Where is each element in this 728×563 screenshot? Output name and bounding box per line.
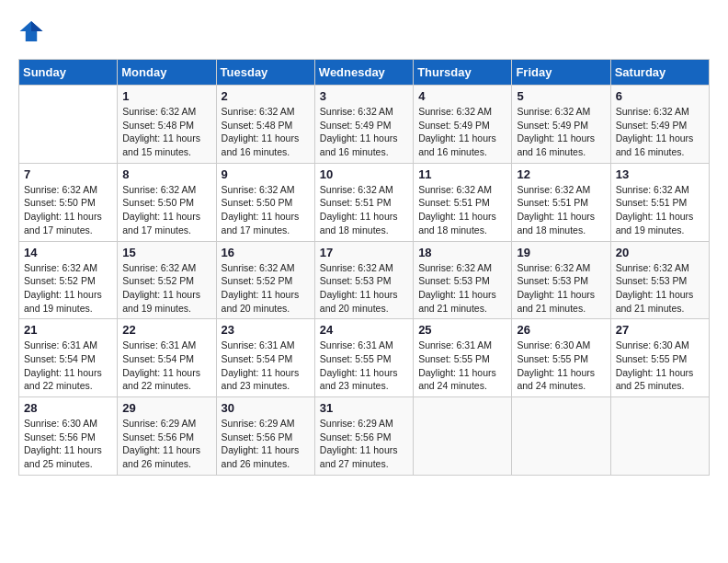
cell-text: Sunrise: 6:29 AM Sunset: 5:56 PM Dayligh…	[320, 417, 408, 471]
week-row-5: 28Sunrise: 6:30 AM Sunset: 5:56 PM Dayli…	[19, 397, 710, 476]
cell-text: Sunrise: 6:32 AM Sunset: 5:52 PM Dayligh…	[222, 261, 310, 316]
cell-text: Sunrise: 6:32 AM Sunset: 5:52 PM Dayligh…	[122, 261, 210, 316]
cell-text: Sunrise: 6:32 AM Sunset: 5:49 PM Dayligh…	[418, 105, 506, 159]
calendar-cell: 10Sunrise: 6:32 AM Sunset: 5:51 PM Dayli…	[314, 163, 413, 241]
day-number: 2	[222, 89, 310, 103]
cell-text: Sunrise: 6:29 AM Sunset: 5:56 PM Dayligh…	[222, 417, 310, 471]
calendar-cell: 2Sunrise: 6:32 AM Sunset: 5:48 PM Daylig…	[216, 86, 314, 164]
calendar-cell	[512, 397, 610, 476]
calendar-cell: 9Sunrise: 6:32 AM Sunset: 5:50 PM Daylig…	[216, 163, 314, 241]
calendar-table: SundayMondayTuesdayWednesdayThursdayFrid…	[18, 59, 710, 476]
day-number: 19	[517, 246, 605, 259]
cell-text: Sunrise: 6:32 AM Sunset: 5:50 PM Dayligh…	[122, 183, 210, 237]
logo	[18, 18, 48, 44]
cell-text: Sunrise: 6:32 AM Sunset: 5:53 PM Dayligh…	[616, 261, 704, 316]
day-number: 13	[616, 167, 704, 181]
calendar-cell: 4Sunrise: 6:32 AM Sunset: 5:49 PM Daylig…	[414, 86, 512, 164]
day-number: 12	[517, 167, 605, 181]
week-row-4: 21Sunrise: 6:31 AM Sunset: 5:54 PM Dayli…	[19, 319, 710, 397]
day-number: 6	[616, 89, 704, 103]
day-number: 27	[616, 323, 704, 337]
cell-text: Sunrise: 6:32 AM Sunset: 5:51 PM Dayligh…	[517, 183, 605, 237]
day-number: 23	[222, 323, 310, 337]
cell-text: Sunrise: 6:32 AM Sunset: 5:49 PM Dayligh…	[517, 105, 605, 159]
calendar-cell	[610, 397, 709, 476]
cell-text: Sunrise: 6:32 AM Sunset: 5:50 PM Dayligh…	[24, 183, 112, 237]
day-number: 22	[122, 323, 210, 337]
header-tuesday: Tuesday	[216, 60, 314, 86]
cell-text: Sunrise: 6:31 AM Sunset: 5:55 PM Dayligh…	[320, 339, 408, 393]
calendar-cell: 18Sunrise: 6:32 AM Sunset: 5:53 PM Dayli…	[414, 241, 512, 319]
cell-text: Sunrise: 6:32 AM Sunset: 5:51 PM Dayligh…	[616, 183, 704, 237]
calendar-cell	[19, 86, 118, 164]
day-number: 16	[222, 246, 310, 259]
day-number: 3	[320, 89, 408, 103]
day-number: 1	[122, 89, 210, 103]
day-number: 8	[122, 167, 210, 181]
calendar-cell: 13Sunrise: 6:32 AM Sunset: 5:51 PM Dayli…	[610, 163, 709, 241]
page-header	[18, 18, 710, 44]
week-row-1: 1Sunrise: 6:32 AM Sunset: 5:48 PM Daylig…	[19, 86, 710, 164]
calendar-cell: 1Sunrise: 6:32 AM Sunset: 5:48 PM Daylig…	[118, 86, 216, 164]
cell-text: Sunrise: 6:29 AM Sunset: 5:56 PM Dayligh…	[122, 417, 210, 471]
header-monday: Monday	[118, 60, 216, 86]
cell-text: Sunrise: 6:32 AM Sunset: 5:51 PM Dayligh…	[320, 183, 408, 237]
day-number: 5	[517, 89, 605, 103]
calendar-cell: 7Sunrise: 6:32 AM Sunset: 5:50 PM Daylig…	[19, 163, 118, 241]
day-number: 24	[320, 323, 408, 337]
cell-text: Sunrise: 6:32 AM Sunset: 5:51 PM Dayligh…	[418, 183, 506, 237]
day-number: 31	[320, 401, 408, 415]
calendar-cell: 8Sunrise: 6:32 AM Sunset: 5:50 PM Daylig…	[118, 163, 216, 241]
header-friday: Friday	[512, 60, 610, 86]
calendar-cell: 22Sunrise: 6:31 AM Sunset: 5:54 PM Dayli…	[118, 319, 216, 397]
cell-text: Sunrise: 6:32 AM Sunset: 5:48 PM Dayligh…	[122, 105, 210, 159]
calendar-cell: 11Sunrise: 6:32 AM Sunset: 5:51 PM Dayli…	[414, 163, 512, 241]
cell-text: Sunrise: 6:32 AM Sunset: 5:53 PM Dayligh…	[320, 261, 408, 316]
calendar-cell: 31Sunrise: 6:29 AM Sunset: 5:56 PM Dayli…	[314, 397, 413, 476]
header-row: SundayMondayTuesdayWednesdayThursdayFrid…	[19, 60, 710, 86]
cell-text: Sunrise: 6:31 AM Sunset: 5:54 PM Dayligh…	[222, 339, 310, 393]
day-number: 17	[320, 246, 408, 259]
day-number: 28	[24, 401, 112, 415]
day-number: 10	[320, 167, 408, 181]
calendar-cell: 5Sunrise: 6:32 AM Sunset: 5:49 PM Daylig…	[512, 86, 610, 164]
day-number: 4	[418, 89, 506, 103]
day-number: 26	[517, 323, 605, 337]
cell-text: Sunrise: 6:31 AM Sunset: 5:54 PM Dayligh…	[24, 339, 112, 393]
calendar-cell: 12Sunrise: 6:32 AM Sunset: 5:51 PM Dayli…	[512, 163, 610, 241]
cell-text: Sunrise: 6:31 AM Sunset: 5:54 PM Dayligh…	[122, 339, 210, 393]
cell-text: Sunrise: 6:32 AM Sunset: 5:50 PM Dayligh…	[222, 183, 310, 237]
calendar-cell	[414, 397, 512, 476]
cell-text: Sunrise: 6:32 AM Sunset: 5:53 PM Dayligh…	[418, 261, 506, 316]
day-number: 29	[122, 401, 210, 415]
logo-icon	[18, 18, 44, 44]
cell-text: Sunrise: 6:30 AM Sunset: 5:56 PM Dayligh…	[24, 417, 112, 471]
week-row-2: 7Sunrise: 6:32 AM Sunset: 5:50 PM Daylig…	[19, 163, 710, 241]
calendar-cell: 19Sunrise: 6:32 AM Sunset: 5:53 PM Dayli…	[512, 241, 610, 319]
day-number: 30	[222, 401, 310, 415]
day-number: 7	[24, 167, 112, 181]
calendar-cell: 16Sunrise: 6:32 AM Sunset: 5:52 PM Dayli…	[216, 241, 314, 319]
cell-text: Sunrise: 6:32 AM Sunset: 5:48 PM Dayligh…	[222, 105, 310, 159]
calendar-cell: 25Sunrise: 6:31 AM Sunset: 5:55 PM Dayli…	[414, 319, 512, 397]
day-number: 14	[24, 246, 112, 259]
calendar-cell: 28Sunrise: 6:30 AM Sunset: 5:56 PM Dayli…	[19, 397, 118, 476]
day-number: 15	[122, 246, 210, 259]
calendar-cell: 30Sunrise: 6:29 AM Sunset: 5:56 PM Dayli…	[216, 397, 314, 476]
cell-text: Sunrise: 6:32 AM Sunset: 5:52 PM Dayligh…	[24, 261, 112, 316]
cell-text: Sunrise: 6:31 AM Sunset: 5:55 PM Dayligh…	[418, 339, 506, 393]
calendar-cell: 26Sunrise: 6:30 AM Sunset: 5:55 PM Dayli…	[512, 319, 610, 397]
day-number: 20	[616, 246, 704, 259]
calendar-cell: 21Sunrise: 6:31 AM Sunset: 5:54 PM Dayli…	[19, 319, 118, 397]
cell-text: Sunrise: 6:32 AM Sunset: 5:53 PM Dayligh…	[517, 261, 605, 316]
cell-text: Sunrise: 6:30 AM Sunset: 5:55 PM Dayligh…	[616, 339, 704, 393]
calendar-cell: 3Sunrise: 6:32 AM Sunset: 5:49 PM Daylig…	[314, 86, 413, 164]
calendar-cell: 24Sunrise: 6:31 AM Sunset: 5:55 PM Dayli…	[314, 319, 413, 397]
header-sunday: Sunday	[19, 60, 118, 86]
calendar-cell: 20Sunrise: 6:32 AM Sunset: 5:53 PM Dayli…	[610, 241, 709, 319]
day-number: 25	[418, 323, 506, 337]
cell-text: Sunrise: 6:32 AM Sunset: 5:49 PM Dayligh…	[616, 105, 704, 159]
calendar-cell: 6Sunrise: 6:32 AM Sunset: 5:49 PM Daylig…	[610, 86, 709, 164]
header-wednesday: Wednesday	[314, 60, 413, 86]
cell-text: Sunrise: 6:32 AM Sunset: 5:49 PM Dayligh…	[320, 105, 408, 159]
